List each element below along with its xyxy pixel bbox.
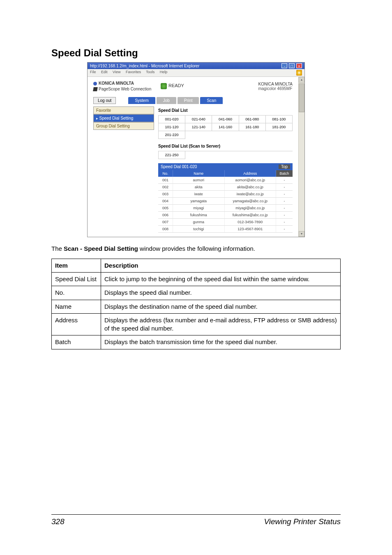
cell-address: yamagata@abc.co.jp xyxy=(225,198,277,204)
cell-no: 001 xyxy=(158,177,173,183)
nav-bar: Log out System Job Print Scan xyxy=(88,97,298,106)
top-link[interactable]: Top xyxy=(279,164,290,169)
col-address: Address xyxy=(225,170,277,177)
range-121-140[interactable]: 121-140 xyxy=(185,123,212,131)
page-number: 328 xyxy=(51,517,65,526)
menu-tools[interactable]: Tools xyxy=(146,70,154,74)
th-item: Item xyxy=(52,259,101,272)
main-panel: Speed Dial List 001-020 021-040 041-060 … xyxy=(158,106,297,233)
cell-item: Speed Dial List xyxy=(52,273,101,286)
range-101-120[interactable]: 101-120 xyxy=(159,123,185,131)
menu-edit[interactable]: Edit xyxy=(101,70,108,74)
menu-view[interactable]: View xyxy=(113,70,120,74)
col-name: Name xyxy=(173,170,225,177)
table-row[interactable]: 007gunma012-3456-7890- xyxy=(158,219,293,226)
cell-batch: - xyxy=(276,205,293,211)
maximize-icon[interactable]: □ xyxy=(289,63,295,68)
table-row[interactable]: 002akitaakita@abc.co.jp- xyxy=(158,184,293,191)
range-201-220[interactable]: 201-220 xyxy=(159,131,185,139)
table-row: Speed Dial ListClick to jump to the begi… xyxy=(52,273,341,286)
caption-bold: Scan - Speed Dial Setting xyxy=(64,245,138,252)
window-title-text: http://192.168.1.2/m_index.html - Micros… xyxy=(90,64,199,68)
page-footer: 328 Viewing Printer Status xyxy=(51,514,341,526)
list-header-bar: Speed Dial 001-020 Top xyxy=(158,163,293,170)
window-titlebar: http://192.168.1.2/m_index.html - Micros… xyxy=(88,62,304,69)
table-row[interactable]: 001aomoriaomori@abc.co.jp- xyxy=(158,177,293,184)
menu-favorites[interactable]: Favorites xyxy=(126,70,141,74)
scroll-down-icon[interactable]: ▾ xyxy=(299,231,304,237)
range-161-180[interactable]: 161-180 xyxy=(239,123,266,131)
table-row[interactable]: 005miyagimiyagi@abc.co.jp- xyxy=(158,205,293,212)
speed-dial-list-heading: Speed Dial List xyxy=(158,108,293,113)
cell-batch: - xyxy=(276,212,293,218)
browser-menubar: File Edit View Favorites Tools Help xyxy=(88,69,304,77)
info-table: Item Description Speed Dial ListClick to… xyxy=(51,259,341,349)
scroll-thumb[interactable] xyxy=(299,83,304,112)
cell-batch: - xyxy=(276,184,293,190)
th-description: Description xyxy=(101,259,341,272)
sidebar-item-favorite[interactable]: Favorite xyxy=(93,106,154,114)
scroll-track[interactable] xyxy=(299,112,304,231)
brand-logo: KONICA MINOLTA xyxy=(93,81,161,86)
range-061-080[interactable]: 061-080 xyxy=(239,116,266,123)
cell-address: iwate@abc.co.jp xyxy=(225,191,277,197)
cell-name: yamagata xyxy=(173,198,225,204)
cell-name: tochigi xyxy=(173,226,225,232)
sidebar-item-group-dial[interactable]: Group Dial Setting xyxy=(93,122,154,130)
range-141-160[interactable]: 141-160 xyxy=(212,123,239,131)
range-041-060[interactable]: 041-060 xyxy=(212,116,239,123)
cell-address: fukushima@abc.co.jp xyxy=(225,212,277,218)
sidebar-item-speed-dial[interactable]: Speed Dial Setting xyxy=(93,114,154,122)
tab-print[interactable]: Print xyxy=(178,97,199,104)
cell-address: aomori@abc.co.jp xyxy=(225,177,277,183)
table-row: NameDisplays the destination name of the… xyxy=(52,300,341,313)
scrollbar[interactable]: ▴ ▾ xyxy=(298,77,304,237)
cell-no: 004 xyxy=(158,198,173,204)
caption-pre: The xyxy=(51,245,64,252)
cell-batch: - xyxy=(276,191,293,197)
caption-post: window provides the following informatio… xyxy=(138,245,255,252)
cell-item: Name xyxy=(52,300,101,313)
tab-scan[interactable]: Scan xyxy=(200,97,223,104)
range-021-040[interactable]: 021-040 xyxy=(185,116,212,123)
table-row[interactable]: 008tochigi123-4567-8901- xyxy=(158,226,293,233)
list-columns: No. Name Address Batch xyxy=(158,170,293,177)
cell-no: 007 xyxy=(158,219,173,225)
cell-batch: - xyxy=(276,177,293,183)
cell-name: fukushima xyxy=(173,212,225,218)
scroll-up-icon[interactable]: ▴ xyxy=(299,77,304,83)
window-controls: ‐ □ × xyxy=(281,63,302,68)
range-181-200[interactable]: 181-200 xyxy=(266,123,293,131)
range-001-020[interactable]: 001-020 xyxy=(159,116,185,123)
cell-desc: Displays the batch transmission time for… xyxy=(101,335,341,349)
range-081-100[interactable]: 081-100 xyxy=(266,116,293,123)
page-title: Speed Dial Setting xyxy=(51,47,341,59)
cell-address: 123-4567-8901 xyxy=(225,226,277,232)
table-row: No.Displays the speed dial number. xyxy=(52,286,341,300)
menu-file[interactable]: File xyxy=(90,70,96,74)
logout-button[interactable]: Log out xyxy=(93,97,116,104)
tab-job[interactable]: Job xyxy=(157,97,176,104)
menu-help[interactable]: Help xyxy=(160,70,168,74)
cell-batch: - xyxy=(276,219,293,225)
close-icon[interactable]: × xyxy=(296,63,302,68)
table-row[interactable]: 004yamagatayamagata@abc.co.jp- xyxy=(158,198,293,205)
range-221-250[interactable]: 221-250 xyxy=(159,151,185,159)
cell-name: akita xyxy=(173,184,225,190)
minimize-icon[interactable]: ‐ xyxy=(281,63,287,68)
cell-desc: Displays the address (fax number and e-m… xyxy=(101,313,341,335)
sidebar: Favorite Speed Dial Setting Group Dial S… xyxy=(93,106,154,233)
cell-name: aomori xyxy=(173,177,225,183)
cell-name: iwate xyxy=(173,191,225,197)
table-row: BatchDisplays the batch transmission tim… xyxy=(52,335,341,349)
table-header-row: Item Description xyxy=(52,259,341,272)
cell-address: 012-3456-7890 xyxy=(225,219,277,225)
table-row[interactable]: 003iwateiwate@abc.co.jp- xyxy=(158,191,293,198)
table-row[interactable]: 006fukushimafukushima@abc.co.jp- xyxy=(158,212,293,219)
tab-system[interactable]: System xyxy=(128,97,155,104)
cell-batch: - xyxy=(276,198,293,204)
col-batch: Batch xyxy=(276,170,293,177)
cell-batch: - xyxy=(276,226,293,232)
cell-no: 002 xyxy=(158,184,173,190)
cell-item: Batch xyxy=(52,335,101,349)
